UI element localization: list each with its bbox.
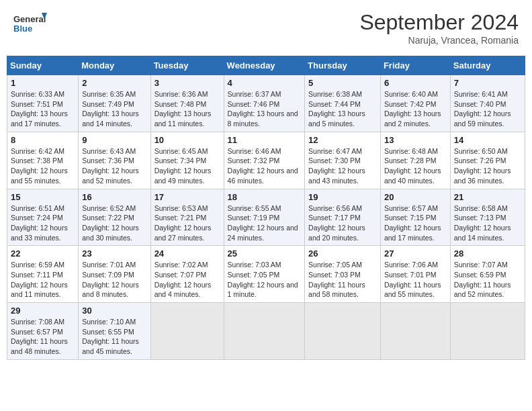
day-number: 11 [228, 135, 302, 145]
day-number: 26 [308, 248, 377, 259]
day-number: 12 [308, 135, 377, 145]
day-info: Sunrise: 6:50 AMSunset: 7:26 PMDaylight:… [454, 147, 511, 185]
calendar-cell: 8 Sunrise: 6:42 AMSunset: 7:38 PMDayligh… [7, 132, 79, 189]
calendar-cell: 26 Sunrise: 7:05 AMSunset: 7:03 PMDaylig… [305, 246, 381, 303]
calendar-cell: 12 Sunrise: 6:47 AMSunset: 7:30 PMDaylig… [305, 132, 381, 189]
calendar-cell: 16 Sunrise: 6:52 AMSunset: 7:22 PMDaylig… [79, 189, 150, 246]
calendar-cell: 15 Sunrise: 6:51 AMSunset: 7:24 PMDaylig… [7, 189, 79, 246]
day-number: 24 [154, 248, 220, 259]
day-info: Sunrise: 6:33 AMSunset: 7:51 PMDaylight:… [11, 90, 68, 128]
day-number: 16 [82, 192, 146, 202]
svg-text:Blue: Blue [13, 24, 32, 34]
calendar-cell: 25 Sunrise: 7:03 AMSunset: 7:05 PMDaylig… [224, 246, 305, 303]
day-number: 13 [384, 135, 447, 145]
day-info: Sunrise: 6:35 AMSunset: 7:49 PMDaylight:… [82, 90, 139, 128]
col-header-friday: Friday [380, 56, 450, 75]
logo-svg: General Blue [13, 10, 47, 40]
day-number: 15 [11, 192, 75, 202]
page-header: General Blue September 2024 Naruja, Vran… [7, 7, 525, 49]
day-number: 7 [454, 78, 521, 88]
day-number: 14 [454, 135, 521, 145]
day-info: Sunrise: 6:43 AMSunset: 7:36 PMDaylight:… [82, 147, 139, 185]
calendar-cell: 22 Sunrise: 6:59 AMSunset: 7:11 PMDaylig… [7, 246, 79, 303]
day-info: Sunrise: 6:56 AMSunset: 7:17 PMDaylight:… [308, 204, 365, 242]
day-info: Sunrise: 7:02 AMSunset: 7:07 PMDaylight:… [154, 261, 212, 298]
calendar-cell: 18 Sunrise: 6:55 AMSunset: 7:19 PMDaylig… [224, 189, 305, 246]
calendar-table: SundayMondayTuesdayWednesdayThursdayFrid… [7, 56, 525, 360]
calendar-cell: 20 Sunrise: 6:57 AMSunset: 7:15 PMDaylig… [380, 189, 450, 246]
day-number: 8 [11, 135, 75, 145]
day-info: Sunrise: 6:38 AMSunset: 7:44 PMDaylight:… [308, 90, 365, 128]
calendar-header-row: SundayMondayTuesdayWednesdayThursdayFrid… [7, 56, 525, 75]
month-title: September 2024 [359, 10, 519, 35]
day-number: 2 [82, 78, 146, 88]
calendar-cell [224, 303, 305, 360]
col-header-sunday: Sunday [7, 56, 79, 75]
calendar-cell: 30 Sunrise: 7:10 AMSunset: 6:55 PMDaylig… [79, 303, 150, 360]
day-number: 22 [11, 248, 75, 259]
day-info: Sunrise: 6:47 AMSunset: 7:30 PMDaylight:… [308, 147, 365, 185]
calendar-cell [450, 303, 525, 360]
day-number: 25 [228, 248, 302, 259]
calendar-cell: 5 Sunrise: 6:38 AMSunset: 7:44 PMDayligh… [305, 75, 381, 132]
calendar-cell: 3 Sunrise: 6:36 AMSunset: 7:48 PMDayligh… [150, 75, 224, 132]
day-number: 1 [11, 78, 75, 88]
location-subtitle: Naruja, Vrancea, Romania [359, 35, 519, 46]
day-info: Sunrise: 6:55 AMSunset: 7:19 PMDaylight:… [228, 204, 298, 242]
day-number: 9 [82, 135, 146, 145]
day-number: 10 [154, 135, 220, 145]
day-info: Sunrise: 7:10 AMSunset: 6:55 PMDaylight:… [82, 318, 139, 355]
calendar-cell: 11 Sunrise: 6:46 AMSunset: 7:32 PMDaylig… [224, 132, 305, 189]
day-info: Sunrise: 6:36 AMSunset: 7:48 PMDaylight:… [154, 90, 212, 128]
calendar-cell: 23 Sunrise: 7:01 AMSunset: 7:09 PMDaylig… [79, 246, 150, 303]
calendar-cell: 14 Sunrise: 6:50 AMSunset: 7:26 PMDaylig… [450, 132, 525, 189]
calendar-cell: 28 Sunrise: 7:07 AMSunset: 6:59 PMDaylig… [450, 246, 525, 303]
day-number: 20 [384, 192, 447, 202]
title-block: September 2024 Naruja, Vrancea, Romania [359, 10, 519, 46]
calendar-cell: 9 Sunrise: 6:43 AMSunset: 7:36 PMDayligh… [79, 132, 150, 189]
day-number: 3 [154, 78, 220, 88]
logo: General Blue [13, 10, 47, 40]
day-info: Sunrise: 6:53 AMSunset: 7:21 PMDaylight:… [154, 204, 212, 242]
day-info: Sunrise: 6:58 AMSunset: 7:13 PMDaylight:… [454, 204, 511, 242]
calendar-cell: 19 Sunrise: 6:56 AMSunset: 7:17 PMDaylig… [305, 189, 381, 246]
day-number: 5 [308, 78, 377, 88]
day-number: 6 [384, 78, 447, 88]
week-row-3: 15 Sunrise: 6:51 AMSunset: 7:24 PMDaylig… [7, 189, 525, 246]
col-header-wednesday: Wednesday [224, 56, 305, 75]
day-number: 30 [82, 306, 146, 316]
day-info: Sunrise: 6:37 AMSunset: 7:46 PMDaylight:… [228, 90, 298, 128]
week-row-4: 22 Sunrise: 6:59 AMSunset: 7:11 PMDaylig… [7, 246, 525, 303]
day-number: 21 [454, 192, 521, 202]
col-header-monday: Monday [79, 56, 150, 75]
calendar-cell: 27 Sunrise: 7:06 AMSunset: 7:01 PMDaylig… [380, 246, 450, 303]
day-info: Sunrise: 6:46 AMSunset: 7:32 PMDaylight:… [228, 147, 298, 185]
day-info: Sunrise: 7:03 AMSunset: 7:05 PMDaylight:… [228, 261, 298, 298]
day-info: Sunrise: 6:42 AMSunset: 7:38 PMDaylight:… [11, 147, 68, 185]
day-info: Sunrise: 7:06 AMSunset: 7:01 PMDaylight:… [384, 261, 441, 298]
day-number: 4 [228, 78, 302, 88]
calendar-cell: 17 Sunrise: 6:53 AMSunset: 7:21 PMDaylig… [150, 189, 224, 246]
day-info: Sunrise: 7:07 AMSunset: 6:59 PMDaylight:… [454, 261, 511, 298]
calendar-cell: 13 Sunrise: 6:48 AMSunset: 7:28 PMDaylig… [380, 132, 450, 189]
day-number: 29 [11, 306, 75, 316]
day-number: 17 [154, 192, 220, 202]
calendar-cell: 7 Sunrise: 6:41 AMSunset: 7:40 PMDayligh… [450, 75, 525, 132]
day-info: Sunrise: 6:41 AMSunset: 7:40 PMDaylight:… [454, 90, 511, 128]
day-number: 19 [308, 192, 377, 202]
calendar-cell [305, 303, 381, 360]
day-number: 23 [82, 248, 146, 259]
calendar-cell: 1 Sunrise: 6:33 AMSunset: 7:51 PMDayligh… [7, 75, 79, 132]
day-info: Sunrise: 7:01 AMSunset: 7:09 PMDaylight:… [82, 261, 139, 298]
day-number: 27 [384, 248, 447, 259]
col-header-thursday: Thursday [305, 56, 381, 75]
calendar-cell: 24 Sunrise: 7:02 AMSunset: 7:07 PMDaylig… [150, 246, 224, 303]
day-info: Sunrise: 7:05 AMSunset: 7:03 PMDaylight:… [308, 261, 365, 298]
col-header-tuesday: Tuesday [150, 56, 224, 75]
day-info: Sunrise: 6:51 AMSunset: 7:24 PMDaylight:… [11, 204, 68, 242]
svg-text:General: General [13, 14, 46, 24]
calendar-cell [380, 303, 450, 360]
calendar-cell: 4 Sunrise: 6:37 AMSunset: 7:46 PMDayligh… [224, 75, 305, 132]
calendar-cell: 29 Sunrise: 7:08 AMSunset: 6:57 PMDaylig… [7, 303, 79, 360]
calendar-cell: 6 Sunrise: 6:40 AMSunset: 7:42 PMDayligh… [380, 75, 450, 132]
